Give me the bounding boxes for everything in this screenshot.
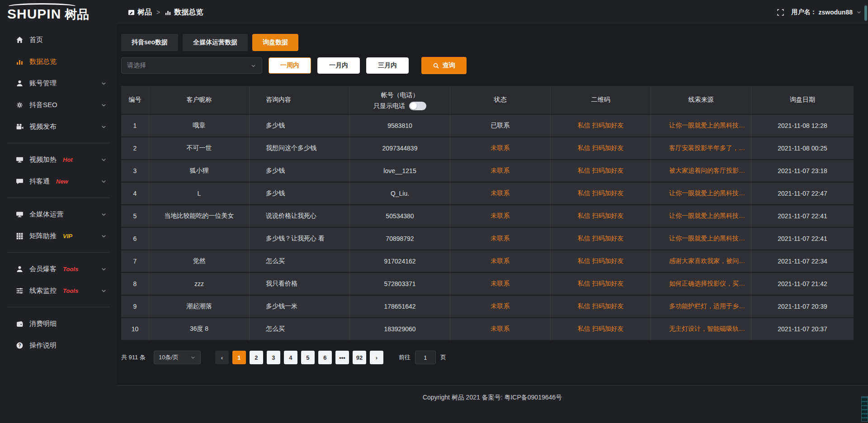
sidebar-item-omnimedia-operation[interactable]: 全媒体运营 <box>0 203 117 225</box>
user-menu[interactable]: 用户名： zswodun88 <box>792 8 862 16</box>
account-select[interactable]: 请选择 <box>121 57 262 74</box>
cell-source-link[interactable]: 让你一眼就爱上的黑科技，能... <box>651 205 751 228</box>
cell-nickname: 觉然 <box>149 250 250 273</box>
cell-nickname: 哦章 <box>149 115 250 137</box>
page-button-3[interactable]: 3 <box>267 351 280 364</box>
sidebar-item-video-heating[interactable]: 视频加热Hot <box>0 149 117 170</box>
sidebar-item-douyin-seo[interactable]: 抖音SEO <box>0 94 117 116</box>
scrollbar-thumb[interactable] <box>864 5 867 21</box>
tab-omnimedia-data[interactable]: 全媒体运营数据 <box>183 34 248 51</box>
sidebar-item-lead-monitor[interactable]: 线索监控Tools <box>0 280 117 301</box>
sidebar-item-video-publish[interactable]: 视频发布 <box>0 116 117 137</box>
page-button-92[interactable]: 92 <box>353 351 366 364</box>
video-icon <box>15 122 24 131</box>
cell-qr-links[interactable]: 私信 扫码加好友 <box>551 273 651 296</box>
sidebar-item-home[interactable]: 首页 <box>0 29 117 51</box>
phone-only-toggle[interactable] <box>409 102 426 110</box>
cell-source-link[interactable]: 客厅安装投影半年多了，真实... <box>651 137 751 160</box>
sidebar-item-badge: New <box>56 178 68 185</box>
sidebar-item-label: 视频加热 <box>29 155 57 164</box>
cell-account: 9583810 <box>350 115 450 137</box>
breadcrumb-item-data-overview[interactable]: 数据总览 <box>165 8 203 17</box>
cell-qr-links[interactable]: 私信 扫码加好友 <box>551 250 651 273</box>
next-page-button[interactable]: › <box>370 351 383 364</box>
cell-qr-links[interactable]: 私信 扫码加好友 <box>551 205 651 228</box>
cell-nickname: L <box>149 183 250 205</box>
sidebar-item-label: 全媒体运营 <box>29 210 63 219</box>
cell-index: 1 <box>121 115 149 137</box>
topbar: 树品 > 数据总览 用户名： zswodun88 <box>117 0 868 25</box>
period-button-quarter[interactable]: 三月内 <box>366 57 409 74</box>
sidebar-item-matrix-boost[interactable]: 矩阵助推VIP <box>0 225 117 247</box>
header-index: 编号 <box>121 86 149 115</box>
sidebar-divider <box>7 307 109 307</box>
cell-date: 2021-11-07 20:39 <box>751 296 854 318</box>
period-button-month[interactable]: 一月内 <box>317 57 360 74</box>
cell-index: 6 <box>121 228 149 250</box>
page-button-6[interactable]: 6 <box>318 351 332 364</box>
page-button-2[interactable]: 2 <box>250 351 263 364</box>
page-button-4[interactable]: 4 <box>284 351 297 364</box>
cell-qr-links[interactable]: 私信 扫码加好友 <box>551 228 651 250</box>
prev-page-button[interactable]: ‹ <box>215 351 229 364</box>
sidebar-item-operation-guide[interactable]: ?操作说明 <box>0 334 117 356</box>
cell-qr-links[interactable]: 私信 扫码加好友 <box>551 296 651 318</box>
cell-source-link[interactable]: 如何正确选择投影仪，买投影... <box>651 273 751 296</box>
page-size-value: 10条/页 <box>159 353 179 362</box>
cell-qr-links[interactable]: 私信 扫码加好友 <box>551 183 651 205</box>
sidebar-item-member-burst[interactable]: 会员爆客Tools <box>0 258 117 280</box>
tab-inquiry-data[interactable]: 询盘数据 <box>252 34 298 51</box>
sidebar-item-doukaotong[interactable]: 抖客通New <box>0 170 117 192</box>
cell-source-link[interactable]: 让你一眼就爱上的黑科技，能... <box>651 228 751 250</box>
cell-qr-links[interactable]: 私信 扫码加好友 <box>551 318 651 341</box>
period-button-week[interactable]: 一周内 <box>269 57 311 74</box>
sidebar-item-spending-details[interactable]: 消费明细 <box>0 313 117 334</box>
breadcrumb: 树品 > 数据总览 <box>128 8 203 17</box>
header-account: 帐号（电话） 只显示电话 <box>350 86 450 115</box>
cell-index: 3 <box>121 160 149 183</box>
status-badge: 未联系 <box>450 205 551 228</box>
logo-mark: SHUPIN 树品 <box>7 6 89 23</box>
chevron-down-icon <box>101 124 107 130</box>
page-size-select[interactable]: 10条/页 <box>154 351 201 364</box>
cell-source-link[interactable]: 多功能护栏灯，适用于乡村文... <box>651 296 751 318</box>
cell-account: 178651642 <box>350 296 450 318</box>
cell-date: 2021-11-07 22:34 <box>751 250 854 273</box>
username-label: 用户名： <box>792 8 817 16</box>
tab-douyin-seo-data[interactable]: 抖音seo数据 <box>121 34 178 51</box>
search-button[interactable]: 查询 <box>421 57 467 74</box>
status-badge: 未联系 <box>450 228 551 250</box>
cell-source-link[interactable]: 让你一眼就爱上的黑科技，能... <box>651 183 751 205</box>
goto-page-input[interactable] <box>415 351 436 364</box>
cell-source-link[interactable]: 无主灯设计，智能磁吸轨道灯... <box>651 318 751 341</box>
cell-nickname <box>149 228 250 250</box>
cell-nickname: 当地比较能吃的一位美女 <box>149 205 250 228</box>
sidebar-item-badge: Tools <box>63 287 78 294</box>
cell-qr-links[interactable]: 私信 扫码加好友 <box>551 160 651 183</box>
breadcrumb-item-home[interactable]: 树品 <box>128 8 152 17</box>
page-button-5[interactable]: 5 <box>301 351 315 364</box>
sidebar-item-account-management[interactable]: 账号管理 <box>0 72 117 94</box>
table-row: 1哦章多少钱9583810已联系私信 扫码加好友让你一眼就爱上的黑科技，能...… <box>121 115 854 137</box>
header-status: 状态 <box>450 86 551 115</box>
chevron-down-icon <box>101 157 107 163</box>
sidebar-item-data-overview[interactable]: 数据总览 <box>0 51 117 72</box>
cell-qr-links[interactable]: 私信 扫码加好友 <box>551 137 651 160</box>
sidebar-item-label: 视频发布 <box>29 122 57 131</box>
cell-index: 10 <box>121 318 149 341</box>
cell-nickname: zzz <box>149 273 250 296</box>
floating-widget-partial[interactable] <box>861 396 868 422</box>
cell-qr-links[interactable]: 私信 扫码加好友 <box>551 115 651 137</box>
logo[interactable]: SHUPIN 树品 <box>0 0 117 29</box>
cell-source-link[interactable]: 让你一眼就爱上的黑科技，能... <box>651 115 751 137</box>
cell-source-link[interactable]: 被大家追着问的客厅投影分享... <box>651 160 751 183</box>
ellipsis-page-button[interactable]: ••• <box>335 351 349 364</box>
user-icon <box>15 79 24 87</box>
chevron-down-icon <box>101 212 107 217</box>
chevron-down-icon <box>190 355 196 360</box>
cell-content: 说说价格让我死心 <box>250 205 350 228</box>
status-badge: 已联系 <box>450 115 551 137</box>
page-button-1[interactable]: 1 <box>232 351 246 364</box>
cell-source-link[interactable]: 感谢大家喜欢我家，被问了好... <box>651 250 751 273</box>
fullscreen-icon[interactable] <box>777 9 784 16</box>
